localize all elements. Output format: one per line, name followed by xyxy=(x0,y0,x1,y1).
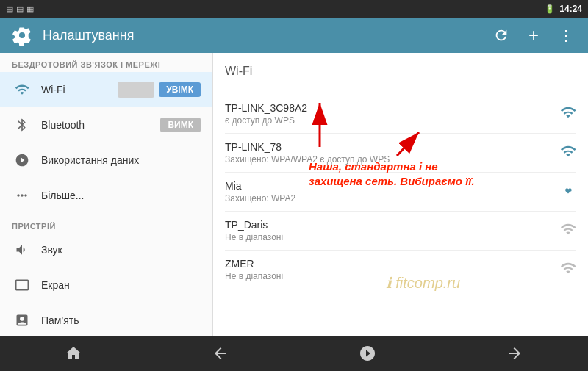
sidebar-item-more-label: Більше... xyxy=(41,190,201,201)
sidebar-item-memory-label: Пам'ять xyxy=(41,314,201,326)
android-home-button[interactable] xyxy=(345,339,390,368)
wifi-network-list: TP-LINK_3C98A2 є доступ до WPS TP-LINK_7… xyxy=(225,95,576,289)
wifi-network-zmer-status: Не в діапазоні xyxy=(225,271,554,281)
sidebar-item-more[interactable]: Більше... xyxy=(0,178,212,213)
status-icon-wifi: ▤ xyxy=(16,4,24,14)
bluetooth-icon xyxy=(12,115,32,135)
wifi-network-mia-name: Mia xyxy=(225,180,554,192)
wifi-network-tp2-status: Захищено: WPA/WPA2 є доступ до WPS xyxy=(225,154,554,165)
more-icon xyxy=(12,185,32,206)
wifi-network-tp2-name: TP-LINK_78 xyxy=(225,141,554,153)
right-panel: Wi-Fi TP-LINK_3C98A2 є доступ до WPS TP-… xyxy=(213,53,588,336)
memory-icon xyxy=(12,310,32,331)
sidebar: БЕЗДРОТОВИЙ ЗВ'ЯЗОК І МЕРЕЖІ Wi-Fi УВІМК… xyxy=(0,53,213,336)
status-icon-battery: 🔋 xyxy=(545,4,555,14)
sidebar-item-bluetooth-label: Bluetooth xyxy=(41,119,160,131)
wifi-network-tpdaris-status: Не в діапазоні xyxy=(225,232,554,242)
sidebar-section-devices: ПРИСТРІЙ xyxy=(0,216,212,232)
add-icon[interactable]: + xyxy=(520,22,547,48)
sound-icon xyxy=(12,239,32,260)
wifi-network-item-tpdaris[interactable]: TP_Daris Не в діапазоні xyxy=(225,212,576,251)
settings-gear-icon xyxy=(9,22,35,48)
bottom-nav xyxy=(0,336,588,371)
status-icon-signal: ▤ xyxy=(6,4,13,14)
recent-apps-button[interactable] xyxy=(492,339,537,368)
sidebar-section-wireless: БЕЗДРОТОВИЙ ЗВ'ЯЗОК І МЕРЕЖІ xyxy=(0,53,212,72)
wifi-toggle-button[interactable]: УВІМК xyxy=(159,82,201,97)
sidebar-item-wifi[interactable]: Wi-Fi УВІМК xyxy=(0,72,212,107)
sidebar-item-screen[interactable]: Екран xyxy=(0,267,212,303)
wifi-signal-icon-tpdaris xyxy=(560,221,576,241)
wifi-network-mia-status: Захищено: WPA2 xyxy=(225,193,554,203)
wifi-network-tpdaris-name: TP_Daris xyxy=(225,219,554,231)
refresh-icon[interactable] xyxy=(488,22,514,48)
wifi-network-item-mia[interactable]: Mia Захищено: WPA2 xyxy=(225,173,576,212)
back-button[interactable] xyxy=(198,339,243,368)
wifi-signal-icon-tp1 xyxy=(560,104,576,124)
sidebar-item-bluetooth[interactable]: Bluetooth ВИМК xyxy=(0,107,212,143)
more-options-icon[interactable]: ⋮ xyxy=(553,22,579,48)
screen-icon xyxy=(12,275,32,295)
sidebar-item-sound-label: Звук xyxy=(41,244,201,256)
sidebar-item-screen-label: Екран xyxy=(41,279,201,291)
wifi-signal-icon-mia xyxy=(560,182,576,202)
wifi-network-mia-info: Mia Захищено: WPA2 xyxy=(225,180,554,203)
bluetooth-toggle-button[interactable]: ВИМК xyxy=(160,118,201,132)
wifi-network-tp2-info: TP-LINK_78 Захищено: WPA/WPA2 є доступ д… xyxy=(225,141,554,165)
wifi-network-item-tp2[interactable]: TP-LINK_78 Захищено: WPA/WPA2 є доступ д… xyxy=(225,134,576,173)
wifi-network-tp1-info: TP-LINK_3C98A2 є доступ до WPS xyxy=(225,102,554,126)
wifi-network-zmer-name: ZMER xyxy=(225,258,554,270)
right-panel-title: Wi-Fi xyxy=(225,65,576,84)
sidebar-item-memory[interactable]: Пам'ять xyxy=(0,303,212,336)
data-usage-icon xyxy=(12,150,32,170)
status-bar: ▤ ▤ ▦ 🔋 14:24 xyxy=(0,0,588,18)
status-time: 14:24 xyxy=(559,4,582,14)
wifi-signal-icon-tp2 xyxy=(560,143,576,163)
sidebar-item-data-label: Використання даних xyxy=(41,154,201,166)
wifi-network-tp1-status: є доступ до WPS xyxy=(225,115,554,126)
wifi-signal-icon-zmer xyxy=(560,260,576,280)
sidebar-item-data[interactable]: Використання даних xyxy=(0,143,212,178)
wifi-network-item-zmer[interactable]: ZMER Не в діапазоні xyxy=(225,251,576,289)
wifi-network-tp1-name: TP-LINK_3C98A2 xyxy=(225,102,554,114)
wifi-network-tpdaris-info: TP_Daris Не в діапазоні xyxy=(225,219,554,242)
toolbar-title: Налаштування xyxy=(43,28,481,43)
wifi-spacer xyxy=(118,82,154,98)
toolbar: Налаштування + ⋮ xyxy=(0,18,588,53)
home-button[interactable] xyxy=(51,339,96,368)
wifi-network-item-tp1[interactable]: TP-LINK_3C98A2 є доступ до WPS xyxy=(225,95,576,134)
sidebar-item-sound[interactable]: Звук xyxy=(0,232,212,267)
wifi-icon xyxy=(12,79,32,100)
status-icon-apps: ▦ xyxy=(26,4,34,14)
sidebar-item-wifi-label: Wi-Fi xyxy=(41,84,118,96)
wifi-network-zmer-info: ZMER Не в діапазоні xyxy=(225,258,554,281)
